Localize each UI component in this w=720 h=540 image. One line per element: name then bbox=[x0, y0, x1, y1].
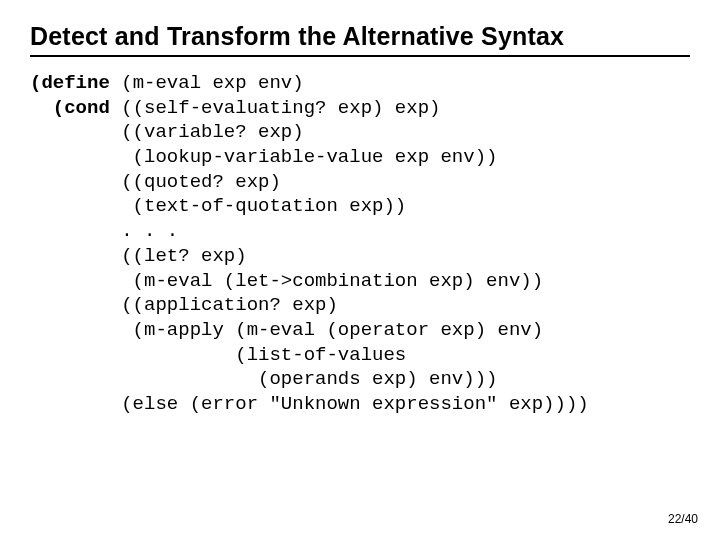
code-line-5: ((quoted? exp) bbox=[30, 171, 281, 193]
code-line-11: (m-apply (m-eval (operator exp) env) bbox=[30, 319, 543, 341]
code-line-12: (list-of-values bbox=[30, 344, 406, 366]
code-line-2-rest: ((self-evaluating? exp) exp) bbox=[110, 97, 441, 119]
code-line-1-keyword: (define bbox=[30, 72, 110, 94]
title-rule bbox=[30, 55, 690, 57]
slide: Detect and Transform the Alternative Syn… bbox=[0, 0, 720, 540]
code-line-9: (m-eval (let->combination exp) env)) bbox=[30, 270, 543, 292]
code-line-14: (else (error "Unknown expression" exp)))… bbox=[30, 393, 589, 415]
code-block: (define (m-eval exp env) (cond ((self-ev… bbox=[30, 71, 690, 417]
code-line-1-rest: (m-eval exp env) bbox=[110, 72, 304, 94]
page-title: Detect and Transform the Alternative Syn… bbox=[30, 22, 690, 51]
code-line-4: (lookup-variable-value exp env)) bbox=[30, 146, 497, 168]
code-line-3: ((variable? exp) bbox=[30, 121, 304, 143]
code-line-2-keyword: (cond bbox=[30, 97, 110, 119]
code-line-13: (operands exp) env))) bbox=[30, 368, 497, 390]
code-line-8: ((let? exp) bbox=[30, 245, 247, 267]
code-line-10: ((application? exp) bbox=[30, 294, 338, 316]
page-number: 22/40 bbox=[668, 512, 698, 526]
code-line-6: (text-of-quotation exp)) bbox=[30, 195, 406, 217]
code-line-7: . . . bbox=[30, 220, 178, 242]
